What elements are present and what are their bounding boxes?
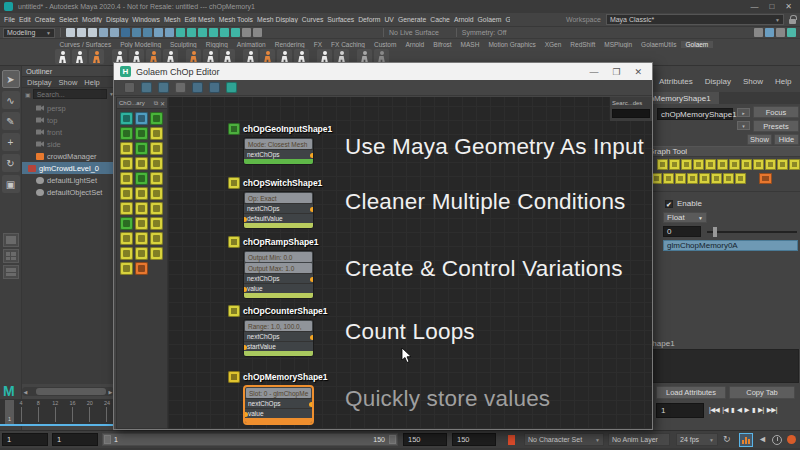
chop-node[interactable]: chOpSwitchShape1 Op: Exact nextChOps def… — [228, 177, 328, 229]
anim-layer-dropdown[interactable]: No Anim Layer — [608, 433, 670, 446]
shelf-tab[interactable]: Rendering — [270, 41, 309, 48]
tool-icon[interactable]: ▣ — [2, 175, 20, 193]
menu-item[interactable]: Select — [59, 16, 78, 23]
attr-menu-item[interactable]: Help — [775, 77, 791, 86]
outliner-item[interactable]: glmCrowdLevel_0 — [22, 162, 117, 174]
outliner-item[interactable]: side — [22, 138, 117, 150]
anim-start-field[interactable]: 1 — [2, 433, 48, 446]
chop-node-type-icon[interactable] — [135, 262, 148, 275]
status-icon[interactable] — [99, 28, 108, 37]
set-key-icon[interactable] — [787, 435, 796, 444]
transport-button[interactable]: |◀◀ — [709, 406, 719, 414]
chop-node-type-icon[interactable] — [150, 127, 163, 140]
chop-node-type-icon[interactable] — [120, 187, 133, 200]
memory-name-field[interactable]: glmChopMemory0A — [663, 240, 798, 251]
chop-tool-icon[interactable] — [693, 159, 704, 170]
shelf-tab[interactable]: MASH — [456, 41, 484, 48]
type-dropdown[interactable]: Float▼ — [663, 212, 707, 223]
status-icon[interactable] — [88, 28, 97, 37]
outliner-item[interactable]: top — [22, 114, 117, 126]
shelf-tab[interactable]: Animation — [232, 41, 270, 48]
current-frame-field[interactable]: 1 — [656, 403, 704, 418]
chop-tool-icon[interactable] — [777, 159, 788, 170]
presets-button[interactable]: Presets — [753, 120, 799, 132]
chop-node-type-icon[interactable] — [150, 232, 163, 245]
chop-node[interactable]: chOpCounterShape1 Range: 1.0, 100.0, nex… — [228, 305, 328, 357]
menu-item[interactable]: Mesh — [164, 16, 181, 23]
shelf-tab[interactable]: Golaem — [681, 41, 713, 48]
outliner-item[interactable]: persp — [22, 102, 117, 114]
shelf-tab[interactable]: Bifrost — [429, 41, 456, 48]
chop-tool-icon[interactable] — [663, 173, 674, 184]
chop-node-type-icon[interactable] — [135, 187, 148, 200]
outliner-menu-item[interactable]: Help — [84, 78, 99, 87]
playback-start-field[interactable]: 1 — [52, 433, 98, 446]
chop-node-type-icon[interactable] — [150, 157, 163, 170]
chop-window-titlebar[interactable]: H Golaem ChOp Editor — ❐ ✕ — [114, 63, 652, 80]
chop-node-type-icon[interactable] — [150, 187, 163, 200]
status-icon[interactable] — [165, 28, 174, 37]
chop-node-type-icon[interactable] — [120, 157, 133, 170]
chop-tool-icon[interactable] — [741, 159, 752, 170]
anim-preferences-icon[interactable] — [739, 433, 753, 447]
transport-button[interactable]: ▶ — [744, 406, 749, 414]
attr-menu-item[interactable]: Display — [705, 77, 731, 86]
menu-item[interactable]: Arnold — [454, 16, 474, 23]
menu-item[interactable]: Golaem Render — [505, 16, 510, 23]
shelf-tab[interactable]: Poly Modeling — [116, 41, 166, 48]
chop-node-type-icon[interactable] — [150, 202, 163, 215]
outliner-tab[interactable]: Outliner — [26, 67, 52, 76]
chop-tool-icon[interactable] — [669, 159, 680, 170]
playback-end-field[interactable]: 150 — [403, 433, 447, 446]
layout-single-button[interactable] — [3, 233, 19, 247]
chop-tool-icon[interactable] — [657, 159, 668, 170]
chop-node-type-icon[interactable] — [135, 247, 148, 260]
chop-toolbar-icon[interactable] — [209, 82, 220, 93]
menu-item[interactable]: Display — [106, 16, 128, 23]
mute-icon[interactable]: ◄ — [758, 434, 767, 444]
chop-tool-icon[interactable] — [723, 173, 734, 184]
chop-tool-icon[interactable] — [687, 173, 698, 184]
range-slider[interactable]: 1 150 — [102, 433, 398, 446]
close-button[interactable]: ✕ — [785, 2, 792, 11]
chop-node-type-icon[interactable] — [120, 217, 133, 230]
chop-node-type-icon[interactable] — [150, 142, 163, 155]
layout-four-button[interactable] — [3, 249, 19, 263]
menu-set-dropdown[interactable]: Modeling▼ — [3, 28, 55, 38]
status-icon[interactable] — [143, 28, 152, 37]
shelf-tab[interactable]: Custom — [369, 41, 400, 48]
shelf-tab[interactable]: Sculpting — [166, 41, 202, 48]
menu-item[interactable]: File — [4, 16, 15, 23]
status-icon[interactable] — [187, 28, 196, 37]
chop-node[interactable]: chOpRampShape1 Output Min: 0.0 Output Ma… — [228, 236, 328, 299]
status-icon[interactable] — [110, 28, 119, 37]
anim-end-field[interactable]: 150 — [452, 433, 496, 446]
status-icon[interactable] — [121, 28, 130, 37]
chop-tool-icon[interactable] — [789, 159, 800, 170]
status-icon[interactable] — [77, 28, 86, 37]
undock-icon[interactable]: ⧉ — [154, 100, 158, 107]
outliner-search-input[interactable]: Search... — [33, 89, 107, 99]
status-right-icon[interactable] — [787, 28, 796, 37]
search-nodes-input[interactable] — [612, 109, 650, 118]
shelf-tab[interactable]: MSPlugin — [600, 41, 637, 48]
status-icon[interactable] — [132, 28, 141, 37]
chop-node-type-icon[interactable] — [120, 247, 133, 260]
menu-item[interactable]: Curves — [302, 16, 324, 23]
menu-item[interactable]: Deform — [358, 16, 380, 23]
enable-checkbox[interactable]: ✔ — [665, 200, 673, 208]
chop-toolbar-icon[interactable] — [175, 82, 186, 93]
bookmark-icon[interactable] — [508, 435, 515, 445]
maximize-button[interactable]: □ — [769, 2, 774, 11]
menu-item[interactable]: Windows — [132, 16, 160, 23]
chop-node-type-icon[interactable] — [120, 172, 133, 185]
chop-maximize-button[interactable]: ❐ — [612, 67, 620, 77]
menu-item[interactable]: UV — [384, 16, 393, 23]
chop-node-type-icon[interactable] — [120, 112, 133, 125]
chop-tool-icon[interactable] — [699, 173, 710, 184]
menu-item[interactable]: Mesh Tools — [219, 16, 253, 23]
transport-button[interactable]: ◀ — [737, 406, 742, 414]
tool-icon[interactable]: ➤ — [2, 70, 20, 88]
search-nodes-tab[interactable]: Searc...des — [610, 97, 652, 108]
chop-toolbar-icon[interactable] — [124, 82, 135, 93]
